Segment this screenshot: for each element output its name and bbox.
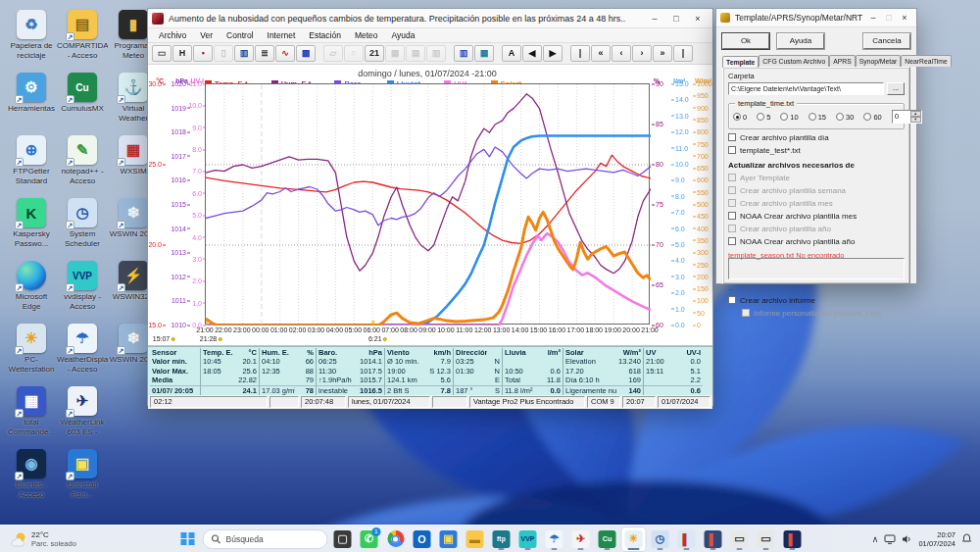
- desktop-icon-herramientas[interactable]: ⚙↗Herramientas: [6, 73, 57, 124]
- main-titlebar[interactable]: Aumento de la nubosidad con pequeños cam…: [148, 9, 712, 28]
- desktop-icon-system-scheduler[interactable]: ◷↗System Scheduler: [57, 198, 108, 249]
- network-icon[interactable]: [884, 534, 896, 544]
- menu-item-archivo[interactable]: Archivo: [152, 28, 193, 42]
- spinner-down-icon[interactable]: ▼: [910, 117, 921, 123]
- toolbar-button-4-3[interactable]: ›: [632, 45, 652, 62]
- browse-button[interactable]: ...: [887, 82, 905, 95]
- desktop-icon-vvdisplay[interactable]: VVP↗vvdisplay - Acceso directo: [57, 261, 108, 312]
- toolbar-button-2-1[interactable]: ▦: [474, 45, 494, 62]
- radio-option-15[interactable]: 15: [808, 113, 826, 122]
- toolbar-button-4-0[interactable]: |: [570, 45, 590, 62]
- toolbar-button-3-1[interactable]: ◀: [522, 45, 542, 62]
- radio-option-0[interactable]: 0: [733, 113, 747, 122]
- desktop-icon-notepad-plus-plus[interactable]: ✎↗notepad++ - Acceso directo: [57, 135, 108, 186]
- toolbar-button-4-1[interactable]: «: [591, 45, 611, 62]
- tab-aprs[interactable]: APRS: [829, 55, 856, 67]
- toolbar-button-0-7[interactable]: ▩: [296, 45, 316, 62]
- toolbar-button-4-5[interactable]: |: [673, 45, 693, 62]
- checkbox-crear-archivo-informe[interactable]: Crear archivo informe: [728, 296, 905, 305]
- notifications-bell-icon[interactable]: [961, 533, 972, 544]
- tab-nearrealtime[interactable]: NearRealTime: [901, 55, 952, 67]
- toolbar-button-4-4[interactable]: »: [653, 45, 672, 62]
- dialog-minimize-button[interactable]: –: [865, 10, 881, 25]
- menu-item-estación[interactable]: Estación: [302, 28, 348, 42]
- checkbox-noaa-crear-archivo-plantilla-a-o[interactable]: NOAA Crear archivo plantilla año: [728, 237, 905, 246]
- toolbar-button-0-6[interactable]: ∿: [275, 45, 295, 62]
- close-button[interactable]: ×: [687, 11, 709, 26]
- toolbar-button-0-5[interactable]: ≣: [255, 45, 274, 62]
- checkbox-template-test-txt[interactable]: template_test*.txt: [728, 146, 905, 155]
- desktop-icon-microsoft-edge[interactable]: ↗Microsoft Edge: [6, 261, 57, 312]
- minimize-button[interactable]: –: [644, 11, 665, 26]
- toolbar-button-4-2[interactable]: ‹: [612, 45, 631, 62]
- menu-item-control[interactable]: Control: [220, 28, 260, 42]
- volume-icon[interactable]: [902, 534, 912, 544]
- taskbar-app-cmd-window-2[interactable]: ▭: [755, 527, 778, 551]
- toolbar-button-2-0[interactable]: ▥: [454, 45, 473, 62]
- taskbar-app-file-explorer[interactable]: ▬: [464, 527, 487, 551]
- desktop-icon-ftpgetter[interactable]: ⊕↗FTPGetter Standard: [6, 135, 57, 186]
- desktop-icon-kaspersky-password[interactable]: K↗Kaspersky Passwo...: [6, 198, 57, 249]
- desktop-icon-pc-wetterstation[interactable]: ☀↗PC-Wetterstation: [6, 324, 57, 375]
- checkbox-noaa-crear-archivo-plantilla-mes[interactable]: NOAA Crear archivo plantilla mes: [728, 212, 905, 221]
- toolbar-button-0-1[interactable]: H: [172, 45, 192, 62]
- cancel-button[interactable]: Cancela: [863, 33, 910, 49]
- taskbar-app-weatherdisplay[interactable]: ☂: [543, 527, 566, 551]
- taskbar-app-weatherlink[interactable]: ✈: [569, 527, 593, 551]
- search-input[interactable]: Búsqueda: [203, 529, 328, 549]
- taskbar-app-photos[interactable]: ▣: [437, 527, 461, 551]
- taskbar-app-wxsim[interactable]: ▌: [702, 527, 725, 551]
- maximize-button[interactable]: □: [665, 11, 687, 26]
- toolbar-button-1-2[interactable]: 21: [365, 45, 384, 62]
- help-button[interactable]: Ayuda: [777, 33, 824, 49]
- desktop-icon-label: Microsoft Edge: [6, 292, 57, 312]
- desktop-icon-recycle-bin[interactable]: ♻Papelera de reciclaje: [6, 10, 57, 61]
- taskbar-app-chrome[interactable]: [384, 527, 408, 551]
- taskbar-weather-widget[interactable]: 22°C Parc. soleado: [0, 530, 167, 548]
- taskbar-app-outlook[interactable]: O: [411, 527, 434, 551]
- desktop-icon-cumulusmx[interactable]: Cu↗CumulusMX: [57, 73, 108, 124]
- radio-option-10[interactable]: 10: [780, 113, 798, 122]
- menu-item-meteo[interactable]: Meteo: [348, 28, 385, 42]
- start-button[interactable]: [176, 527, 200, 551]
- desktop-icon-label: WeatherLink 603 ES - Acce...: [57, 418, 108, 437]
- desktop-icon-blueiris[interactable]: ◉↗BlueIris - Acceso directo: [6, 449, 57, 500]
- radio-option-5[interactable]: 5: [757, 113, 770, 122]
- checkbox-crear-archivo-plantilla-d-a[interactable]: Crear archivo plantilla día: [728, 133, 905, 142]
- menu-item-ayuda[interactable]: Ayuda: [385, 28, 422, 42]
- tab-template[interactable]: Template: [722, 56, 759, 68]
- taskbar-app-cumulusmx[interactable]: Cu: [596, 527, 619, 551]
- desktop-icon-weatherlink[interactable]: ✈↗WeatherLink 603 ES - Acce...: [57, 386, 108, 437]
- toolbar-button-3-0[interactable]: A: [502, 45, 521, 62]
- menu-item-ver[interactable]: Ver: [193, 28, 220, 42]
- taskbar-app-ftpgetter[interactable]: ftp: [490, 527, 514, 551]
- tab-cfg-custom-archivo[interactable]: CFG Custom Archivo: [759, 55, 829, 67]
- tray-clock[interactable]: 20:07 01/07/2024: [918, 530, 956, 548]
- radio-option-60[interactable]: 60: [863, 113, 881, 122]
- taskbar-app-system-scheduler[interactable]: ◷: [649, 527, 672, 551]
- desktop-icon-uninstall-pain[interactable]: ▣↗Uninstall Pain...: [57, 449, 108, 500]
- ok-button[interactable]: Ok: [722, 33, 769, 49]
- tab-synop-metar[interactable]: Synop/Metar: [856, 55, 902, 67]
- menu-item-internet[interactable]: Internet: [261, 28, 303, 42]
- desktop-icon-weatherdisplay[interactable]: ☂↗WeatherDisplay - Acceso directo: [57, 324, 108, 375]
- toolbar-button-3-2[interactable]: ▶: [543, 45, 563, 62]
- toolbar-button-0-2[interactable]: ▪: [193, 45, 213, 62]
- taskbar-app-cmd-window-1[interactable]: ▭: [728, 527, 752, 551]
- folder-path-input[interactable]: C:\Eigene Dateien\elv\Vantage\Text\: [728, 82, 884, 95]
- taskbar-app-wswin[interactable]: ▌: [675, 527, 699, 551]
- toolbar-button-0-4[interactable]: ▥: [234, 45, 254, 62]
- desktop-icon-compartida-folder[interactable]: ▤↗COMPARTIDA - Acceso directo: [57, 10, 108, 61]
- taskbar-app-whatsapp[interactable]: ✆1: [358, 527, 381, 551]
- taskbar-app-wswin-dark[interactable]: ▌: [781, 527, 805, 551]
- taskbar-app-vvp[interactable]: VVP: [516, 527, 540, 551]
- interval-spinner[interactable]: 0▲▼: [892, 110, 922, 124]
- radio-option-30[interactable]: 30: [836, 113, 854, 122]
- taskbar-app-pc-wetterstation[interactable]: ☀: [622, 527, 646, 551]
- desktop-icon-total-commander[interactable]: ▦↗total Commande...: [6, 386, 57, 437]
- dialog-close-button[interactable]: ×: [897, 10, 912, 25]
- toolbar-button-0-0[interactable]: ▭: [152, 45, 172, 62]
- tray-chevron-icon[interactable]: ∧: [872, 534, 879, 544]
- dialog-titlebar[interactable]: Template/APRS/Synop/Metar/NRT – □ ×: [716, 9, 916, 27]
- taskbar-app-dark-window-app[interactable]: ▢: [331, 527, 355, 551]
